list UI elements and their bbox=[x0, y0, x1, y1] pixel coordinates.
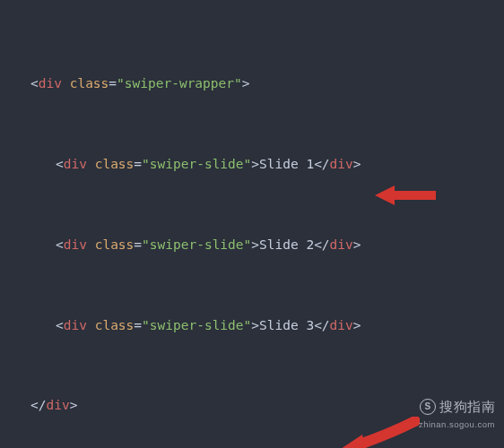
slide-2-text: Slide 2 bbox=[259, 237, 314, 252]
slide-3-text: Slide 3 bbox=[259, 318, 314, 332]
watermark-url: zhinan.sogou.com bbox=[419, 418, 495, 432]
svg-marker-0 bbox=[375, 185, 436, 205]
watermark: S 搜狗指南 zhinan.sogou.com bbox=[419, 396, 495, 432]
watermark-brand: 搜狗指南 bbox=[439, 396, 495, 417]
sogou-logo-icon: S bbox=[420, 399, 436, 415]
slide-1-text: Slide 1 bbox=[259, 157, 314, 171]
code-editor: <div class="swiper-wrapper"> <div class=… bbox=[0, 0, 504, 448]
svg-marker-1 bbox=[341, 435, 366, 448]
slide-class: swiper-slide bbox=[150, 157, 244, 171]
